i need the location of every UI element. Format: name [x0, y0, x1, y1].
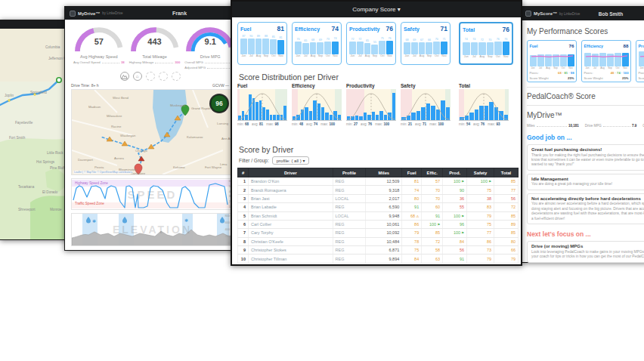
bar-value-label: 76	[389, 38, 392, 41]
map-city-label: Springfield	[30, 91, 47, 94]
bar-value-label: 90	[249, 35, 252, 39]
good-job-title: Good job on ...	[527, 134, 644, 141]
distribution-chart-label: Productivity	[346, 83, 396, 88]
gauge-total-mileage: 443Total MileageHighway Mileage300	[127, 24, 183, 69]
column-header-[interactable]: #	[238, 168, 249, 177]
score-value: 63	[435, 257, 440, 261]
stat-label: Drive MPG	[585, 124, 602, 128]
performance-scores-title: My Performance Scores	[527, 27, 644, 35]
cell-score: 84	[402, 255, 422, 263]
stat-value: 54	[466, 122, 470, 126]
score-value: 85	[435, 230, 440, 235]
bar-value-label: 65	[304, 40, 307, 43]
column-header-prod[interactable]: Prod.	[443, 168, 467, 177]
distribution-plot	[401, 89, 450, 121]
column-header-effic[interactable]: Effic.	[422, 168, 443, 177]
cell-miles: 9,318	[366, 186, 402, 194]
tip-card[interactable]: Not accelerating directly before hard de…	[527, 193, 644, 224]
column-header-fuel[interactable]: Fuel	[402, 168, 422, 177]
table-row[interactable]: 5Brian SchmidtLOCAL9,94868⚠91100⚑7985	[238, 211, 519, 220]
home-badge-icon[interactable]: ⌂	[133, 72, 142, 81]
tip-card[interactable]: Great fuel purchasing decisions!Thank yo…	[527, 144, 644, 171]
company-score-menu[interactable]: Company Score ▾	[352, 6, 401, 13]
table-row[interactable]: 7Cary TorphyREG10,0927985100⚑7785	[238, 229, 519, 237]
svg-text:96: 96	[215, 100, 223, 107]
stat-max: max: 100	[320, 122, 335, 126]
table-row[interactable]: 9Christopher StokesREG6,8717558567366	[238, 246, 519, 255]
month-label: Aug	[545, 66, 552, 69]
trophy-icon: ⚑	[461, 231, 464, 235]
score-value: 91	[435, 214, 440, 218]
distribution-charts: Fuelmin: 68avg: 81max: 98Efficiencymin: …	[232, 83, 521, 143]
score-value: 86	[487, 239, 491, 244]
month-label: Jul	[472, 55, 476, 60]
score-card-bars: 72Jun72Jul65Aug55Sep75Oct76Nov	[349, 34, 393, 59]
stat-value: 100	[329, 122, 335, 126]
table-row[interactable]: 3Brian JastLOCAL2,0178070363856	[238, 194, 519, 202]
bar-value-label: 71	[443, 39, 446, 42]
distribution-chart-efficiency: Efficiencymin: 48avg: 74max: 100	[292, 83, 342, 126]
bar	[503, 42, 510, 55]
tip-title: Drive (or moving) MPGs	[531, 244, 644, 248]
cell-index: 7	[238, 229, 249, 237]
column-header-driver[interactable]: Driver	[248, 168, 333, 177]
column-header-safety[interactable]: Safety	[467, 168, 494, 177]
bar-value-label: 69	[413, 39, 416, 42]
cell-score: 63	[422, 255, 443, 263]
myscore-bob-window: MyScore™ by LinkeDrive Bob Smith My Perf…	[520, 6, 644, 263]
column-header-total[interactable]: Total	[494, 168, 519, 177]
table-row[interactable]: 1Brandon O'KonREG12,5098157100⚑100⚑85	[238, 177, 519, 186]
score-card-value: 74	[332, 25, 339, 32]
bar-column: 72Jul	[357, 34, 364, 59]
table-row[interactable]: 4Brian LabadieREG6,5909160558372	[238, 203, 519, 211]
route-map[interactable]: ColumbiaJefferson CityJoplinSpringfieldF…	[0, 29, 68, 239]
dotted-leader	[537, 126, 567, 127]
distribution-title: Score Distribution per Driver	[239, 73, 339, 82]
table-row[interactable]: 8Christian O'KeefeREG10,4847872848680	[238, 237, 519, 245]
trip-map[interactable]: 96 West BendMadisonMilwaukeeRacineMuskeg…	[71, 89, 234, 175]
stat-label: avg:	[252, 122, 259, 126]
cell-score: 70	[422, 186, 443, 194]
cell-score: 83	[467, 203, 494, 211]
cell-driver: Brandon O'Kon	[248, 177, 333, 186]
bar-column: 89Aug	[255, 34, 262, 59]
distribution-plot	[237, 89, 287, 121]
bar-value-label: 67	[420, 39, 423, 42]
cell-score: 79	[467, 255, 494, 263]
stat-value: 48	[299, 122, 303, 126]
stat-value: 27	[354, 122, 358, 126]
cell-score: 100⚑	[443, 211, 467, 220]
cell-score: 86	[402, 220, 422, 228]
score-card-value: 71	[441, 25, 447, 32]
mountain-badge-icon[interactable]	[120, 72, 129, 81]
warning-icon: ⚠	[416, 214, 419, 218]
stat-label: avg:	[473, 122, 481, 126]
table-row[interactable]: 10Christopher TillmanREG9,8948463917979	[238, 255, 519, 263]
cell-score: 72	[494, 203, 519, 211]
table-row[interactable]: 2Brandt RomagueraREG9,3187470907577	[238, 186, 519, 194]
weight-row: Score Weight25%	[639, 76, 644, 80]
bar-column: 66Sep	[426, 34, 432, 59]
weight-row: Score Weight25%	[530, 76, 574, 80]
performance-card-productivity: Productivity100JunJulAugSepOctNovPeers:2…	[636, 40, 644, 82]
bar-value-label: 76	[497, 39, 500, 42]
bar-value-label: 72	[358, 39, 361, 42]
bar-column: 70Oct	[433, 34, 440, 59]
tip-card[interactable]: Drive (or moving) MPGsLook into leveragi…	[527, 241, 644, 262]
bar-column: 81Nov	[277, 34, 284, 59]
table-row[interactable]: 6Carl CollierREG10,06186100⚑967589	[238, 220, 519, 228]
column-header-profile[interactable]: Profile	[333, 168, 366, 177]
bar	[379, 41, 385, 54]
bar	[295, 42, 302, 54]
cell-miles: 2,017	[366, 194, 402, 202]
cell-index: 3	[238, 194, 249, 202]
performance-card-label: Fuel	[530, 44, 538, 48]
bar	[324, 42, 331, 55]
profile-filter-dropdown[interactable]: profile: ( all ) ▾	[272, 156, 310, 165]
bar-value-label: 70	[488, 39, 491, 42]
cell-score: 80	[402, 194, 422, 202]
column-header-miles[interactable]: Miles	[366, 168, 402, 177]
tip-card[interactable]: Idle ManagementYou are doing a great job…	[527, 174, 644, 190]
performance-card-efficiency: Efficiency88JunJulAugSepOctNovPeers:48 ·…	[581, 40, 631, 82]
distribution-stats: min: 54avg: 76max: 93	[459, 122, 509, 126]
